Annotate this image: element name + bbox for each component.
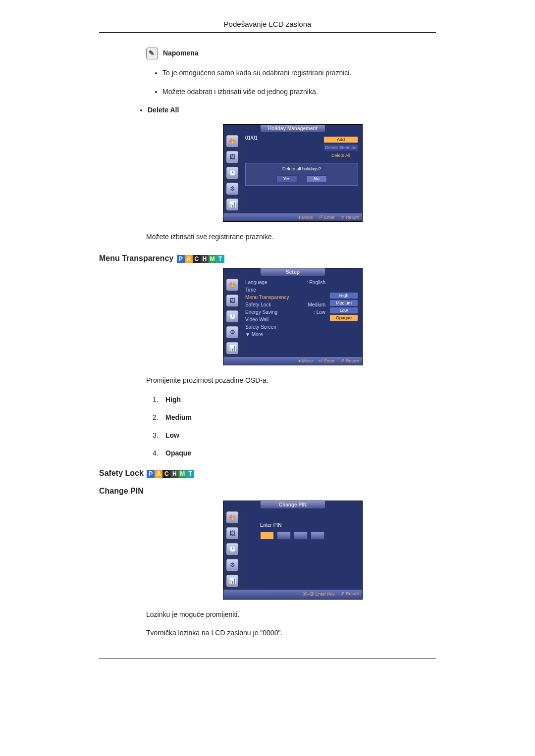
change-pin-heading: Change PIN xyxy=(99,487,436,496)
option-opaque-item: 4.Opaque xyxy=(153,449,436,457)
dialog-question: Delete all holidays? xyxy=(249,166,355,171)
pachmt-icons: P A C H M T xyxy=(177,255,224,263)
menu-language[interactable]: Language: English xyxy=(245,279,325,286)
footer-enter: ⏎ Enter xyxy=(319,215,334,220)
page-title: Podešavanje LCD zaslona xyxy=(99,20,436,33)
dialog-yes-button[interactable]: Yes xyxy=(276,175,297,182)
note-bullet: To je omogućeno samo kada su odabrani re… xyxy=(162,68,436,78)
h-icon: H xyxy=(170,470,178,478)
footer-move: ♦ Move xyxy=(298,215,313,220)
pin-box-4[interactable] xyxy=(311,532,324,540)
osd-sidebar-icons: 🎨 🖼 🕑 ⚙ 📊 xyxy=(223,276,241,357)
m-icon: M xyxy=(178,470,186,478)
osd-icon-gear[interactable]: ⚙ xyxy=(226,326,238,338)
osd-holiday-management: Holiday Management 🎨 🖼 🕑 ⚙ 📊 01/01 Add D… xyxy=(223,124,363,222)
transparency-desc: Promijenite prozirnost pozadine OSD-a. xyxy=(146,375,436,386)
pin-box-1[interactable] xyxy=(260,532,274,540)
footer-return: ↺ Return xyxy=(340,358,359,363)
pin-box-2[interactable] xyxy=(277,532,291,540)
t-icon: T xyxy=(186,470,194,478)
pin-input-boxes[interactable] xyxy=(260,532,358,540)
delete-all-dialog: Delete all holidays? Yes No xyxy=(245,163,358,186)
menu-video-wall[interactable]: Video Wall xyxy=(245,316,325,323)
delete-all-desc: Možete izbrisati sve registrirane prazni… xyxy=(146,232,436,242)
c-icon: C xyxy=(193,255,201,263)
delete-all-button[interactable]: Delete All xyxy=(323,152,358,159)
menu-transparency-heading: Menu Transparency P A C H M T xyxy=(99,254,436,263)
pachmt-icons: P A C H M T xyxy=(147,470,194,478)
osd-icon-bars[interactable]: 📊 xyxy=(226,199,238,210)
m-icon: M xyxy=(209,255,216,263)
osd-footer: ♦ Move ⏎ Enter ↺ Return xyxy=(223,357,362,365)
h-icon: H xyxy=(201,255,209,263)
note-heading: Napomena xyxy=(146,48,436,59)
holiday-date: 01/01 xyxy=(245,135,258,141)
bottom-rule xyxy=(99,658,436,658)
osd-icon-image[interactable]: 🖼 xyxy=(226,295,238,306)
note-bullet: Možete odabrati i izbrisati više od jedn… xyxy=(162,87,436,97)
osd-icon-gear[interactable]: ⚙ xyxy=(226,559,238,571)
osd-footer: ⓪–⑨ Enter PIN ↺ Return xyxy=(223,590,362,599)
pencil-icon xyxy=(146,48,158,59)
menu-safety-lock[interactable]: Safety Lock: Medium xyxy=(245,301,325,308)
safety-lock-heading: Safety Lock P A C H M T xyxy=(99,469,436,478)
change-pin-desc1: Lozinku je moguće promijeniti. xyxy=(146,609,436,620)
osd-icon-clock[interactable]: 🕑 xyxy=(226,310,238,322)
osd-sidebar-icons: 🎨 🖼 🕑 ⚙ 📊 xyxy=(223,508,241,590)
t-icon: T xyxy=(216,255,224,263)
osd-icon-image[interactable]: 🖼 xyxy=(226,151,238,163)
menu-time[interactable]: Time xyxy=(245,286,325,294)
osd-icon-gear[interactable]: ⚙ xyxy=(226,183,238,195)
c-icon: C xyxy=(162,470,170,478)
osd-icon-clock[interactable]: 🕑 xyxy=(226,167,238,179)
osd-setup: Setup 🎨 🖼 🕑 ⚙ 📊 Language: English Time M… xyxy=(223,268,363,365)
option-low[interactable]: Low xyxy=(329,307,358,314)
osd-sidebar-icons: 🎨 🖼 🕑 ⚙ 📊 xyxy=(223,132,241,213)
osd-title: Holiday Management xyxy=(261,125,325,132)
footer-move: ♦ Move xyxy=(298,358,313,363)
osd-footer: ♦ Move ⏎ Enter ↺ Return xyxy=(223,213,362,221)
osd-change-pin: Change PIN 🎨 🖼 🕑 ⚙ 📊 Enter PIN xyxy=(223,501,363,600)
option-high-item: 1.High xyxy=(153,396,436,403)
osd-title: Setup xyxy=(261,268,325,276)
a-icon: A xyxy=(155,470,162,478)
osd-icon-bars[interactable]: 📊 xyxy=(226,575,238,587)
menu-safety-screen[interactable]: Safety Screen xyxy=(245,323,325,331)
note-heading-label: Napomena xyxy=(163,49,199,57)
osd-icon-palette[interactable]: 🎨 xyxy=(226,511,238,523)
enter-pin-label: Enter PIN xyxy=(260,522,358,528)
osd-icon-clock[interactable]: 🕑 xyxy=(226,543,238,555)
option-opaque[interactable]: Opaque xyxy=(329,314,358,321)
menu-energy-saving[interactable]: Energy Saving: Low xyxy=(245,308,325,316)
footer-return: ↺ Return xyxy=(340,215,359,220)
osd-icon-image[interactable]: 🖼 xyxy=(226,527,238,539)
pin-box-3[interactable] xyxy=(294,532,308,540)
option-medium-item: 2.Medium xyxy=(153,413,436,421)
delete-selected-button[interactable]: Delete Selected xyxy=(323,144,358,151)
osd-icon-palette[interactable]: 🎨 xyxy=(226,279,238,291)
p-icon: P xyxy=(147,470,155,478)
option-high[interactable]: High xyxy=(329,292,358,299)
delete-all-item: Delete All xyxy=(148,105,436,115)
dialog-no-button[interactable]: No xyxy=(306,175,327,182)
osd-title: Change PIN xyxy=(261,501,325,508)
footer-return: ↺ Return xyxy=(340,591,359,598)
delete-all-label: Delete All xyxy=(148,106,179,114)
menu-more[interactable]: ▼ More xyxy=(245,331,325,338)
p-icon: P xyxy=(177,255,185,263)
option-low-item: 3.Low xyxy=(153,431,436,439)
osd-icon-palette[interactable]: 🎨 xyxy=(226,135,238,147)
footer-enter-pin: ⓪–⑨ Enter PIN xyxy=(303,591,335,598)
a-icon: A xyxy=(185,255,193,263)
menu-menu-transparency[interactable]: Menu Transparency xyxy=(245,294,325,301)
footer-enter: ⏎ Enter xyxy=(319,358,334,363)
osd-icon-bars[interactable]: 📊 xyxy=(226,342,238,354)
add-button[interactable]: Add xyxy=(323,136,358,143)
option-medium[interactable]: Medium xyxy=(329,300,358,306)
change-pin-desc2: Tvornička lozinka na LCD zaslonu je "000… xyxy=(146,628,436,638)
